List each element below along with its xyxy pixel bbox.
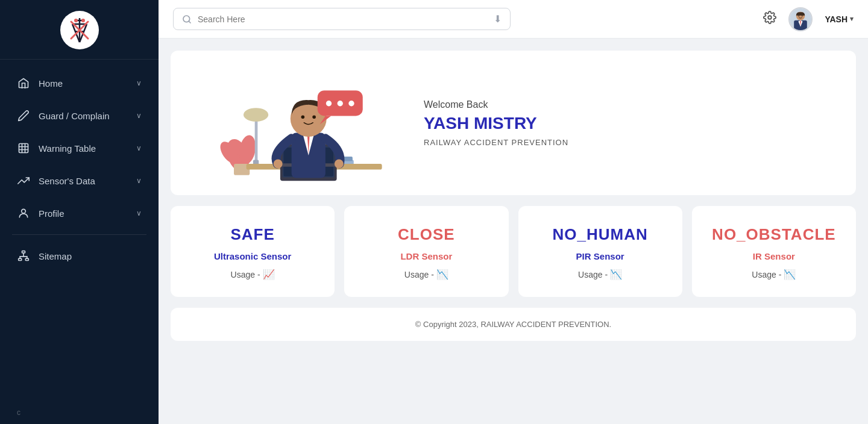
svg-point-32 [802, 15, 803, 16]
chevron-down-icon: ∨ [136, 79, 142, 87]
sidebar: Home ∨ Guard / Complain ∨ [0, 0, 159, 424]
sidebar-item-warning-table[interactable]: Warning Table ∨ [0, 132, 159, 164]
sidebar-item-label: Profile [39, 208, 64, 219]
sensor-status-safe: SAFE [230, 225, 274, 244]
logo-icon [65, 16, 94, 45]
usage-chart-icon-pir: 📉 [610, 269, 622, 280]
svg-point-58 [338, 101, 343, 106]
sidebar-item-sensors-data[interactable]: Sensor's Data ∨ [0, 164, 159, 197]
nav-menu: Home ∨ Guard / Complain ∨ [0, 60, 159, 401]
svg-rect-37 [255, 116, 258, 161]
sensor-status-no-human: NO_HUMAN [553, 225, 648, 244]
svg-point-57 [326, 101, 332, 106]
username-chevron-icon: ▾ [850, 15, 854, 23]
chevron-down-icon: ∨ [136, 144, 142, 152]
avatar [788, 7, 813, 31]
svg-point-54 [335, 159, 344, 168]
usage-chart-icon-safe: 📈 [263, 269, 275, 280]
welcome-name: YASH MISTRY [424, 114, 832, 133]
illustration-svg [207, 65, 388, 189]
username-display[interactable]: YASH ▾ [825, 14, 854, 24]
svg-point-38 [244, 108, 268, 122]
sidebar-bottom: c [0, 401, 159, 424]
usage-chart-icon-ldr: 📉 [436, 269, 448, 280]
sensor-name-ultrasonic: Ultrasonic Sensor [214, 251, 291, 261]
chart-icon [17, 174, 30, 187]
sidebar-item-profile[interactable]: Profile ∨ [0, 197, 159, 229]
sidebar-logo [0, 0, 159, 60]
svg-line-24 [189, 21, 190, 23]
settings-icon[interactable] [763, 11, 776, 27]
nav-divider [12, 234, 146, 235]
pencil-icon [17, 109, 30, 122]
sensor-usage-ir: Usage - 📉 [752, 269, 796, 280]
sidebar-item-label: Guard / Complain [39, 111, 110, 121]
welcome-illustration [195, 57, 400, 189]
sensor-card-ir[interactable]: NO_OBSTACLE IR Sensor Usage - 📉 [692, 206, 856, 297]
search-input[interactable] [198, 14, 488, 24]
svg-point-59 [348, 101, 354, 106]
search-bar[interactable]: ⬇ [173, 8, 511, 30]
svg-point-53 [274, 159, 283, 168]
svg-point-51 [301, 115, 305, 119]
app-logo [60, 11, 99, 49]
sensor-card-ultrasonic[interactable]: SAFE Ultrasonic Sensor Usage - 📈 [171, 206, 335, 297]
sitemap-icon [17, 249, 30, 263]
sensor-name-ldr: LDR Sensor [400, 251, 452, 261]
sidebar-item-label: Sensor's Data [39, 176, 95, 186]
welcome-subtitle: RAILWAY ACCIDENT PREVENTION [424, 138, 832, 147]
svg-point-31 [799, 15, 800, 16]
sidebar-item-label: Sitemap [39, 251, 72, 261]
footer: © Copyright 2023, RAILWAY ACCIDENT PREVE… [171, 308, 856, 341]
sensor-card-ldr[interactable]: CLOSE LDR Sensor Usage - 📉 [344, 206, 508, 297]
header-right: YASH ▾ [763, 7, 854, 31]
profile-icon [17, 207, 30, 220]
sidebar-item-home[interactable]: Home ∨ [0, 67, 159, 99]
main-area: ⬇ [159, 0, 868, 424]
main-content: Welcome Back YASH MISTRY RAILWAY ACCIDEN… [159, 39, 868, 424]
chevron-down-icon: ∨ [136, 176, 142, 185]
chevron-down-icon: ∨ [136, 209, 142, 217]
user-avatar-image [790, 8, 811, 31]
sensor-usage-ultrasonic: Usage - 📈 [231, 269, 275, 280]
home-icon [17, 76, 30, 90]
sensor-name-ir: IR Sensor [753, 251, 795, 261]
svg-point-6 [74, 19, 78, 22]
sensor-status-close: CLOSE [398, 225, 455, 244]
sensor-usage-ldr: Usage - 📉 [404, 269, 448, 280]
sensor-name-pir: PIR Sensor [576, 251, 624, 261]
sidebar-item-label: Home [39, 78, 63, 89]
svg-rect-39 [253, 160, 259, 164]
sidebar-item-guard-complain[interactable]: Guard / Complain ∨ [0, 99, 159, 132]
svg-point-7 [81, 19, 85, 22]
sensor-cards-grid: SAFE Ultrasonic Sensor Usage - 📈 CLOSE L… [171, 206, 856, 297]
sensor-card-pir[interactable]: NO_HUMAN PIR Sensor Usage - 📉 [518, 206, 682, 297]
usage-chart-icon-ir: 📉 [784, 269, 796, 280]
svg-point-52 [312, 115, 316, 119]
sensor-status-no-obstacle: NO_OBSTACLE [712, 225, 836, 244]
dropdown-arrow-icon[interactable]: ⬇ [494, 13, 502, 25]
chevron-down-icon: ∨ [136, 111, 142, 120]
svg-rect-10 [19, 144, 28, 153]
welcome-greeting: Welcome Back [424, 99, 832, 110]
table-icon [17, 142, 30, 155]
welcome-card: Welcome Back YASH MISTRY RAILWAY ACCIDEN… [171, 51, 856, 195]
header: ⬇ [159, 0, 868, 39]
svg-point-25 [769, 16, 772, 19]
svg-point-15 [22, 209, 26, 213]
footer-text: © Copyright 2023, RAILWAY ACCIDENT PREVE… [415, 320, 611, 329]
sensor-usage-pir: Usage - 📉 [578, 269, 622, 280]
search-icon [182, 14, 192, 24]
welcome-text: Welcome Back YASH MISTRY RAILWAY ACCIDEN… [424, 99, 832, 147]
sidebar-item-sitemap[interactable]: Sitemap [0, 240, 159, 272]
sidebar-item-label: Warning Table [39, 143, 96, 154]
